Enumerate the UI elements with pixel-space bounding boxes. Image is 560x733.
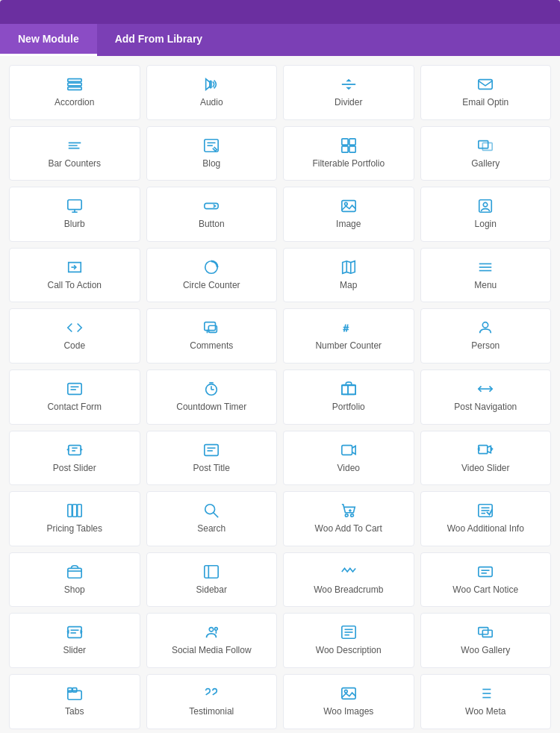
module-label: Woo Description [316,645,382,657]
woo-add-to-cart-icon [339,502,358,519]
module-item-shop[interactable]: Shop [9,552,140,608]
module-item-woo-cart-notice[interactable]: Woo Cart Notice [420,552,552,608]
module-item-accordion[interactable]: Accordion [9,65,140,120]
module-item-menu[interactable]: Menu [420,248,552,303]
svg-rect-8 [479,80,492,90]
module-item-blog[interactable]: Blog [146,126,278,181]
svg-marker-3 [206,79,211,90]
svg-point-66 [345,514,348,517]
svg-point-28 [484,203,488,208]
module-item-post-title[interactable]: Post Title [146,431,278,486]
search-icon [202,502,221,519]
svg-rect-19 [479,140,488,148]
module-label: Menu [474,280,497,292]
module-item-divider[interactable]: Divider [283,65,414,120]
svg-rect-92 [483,631,493,637]
module-label: Bar Counters [48,158,101,170]
module-label: Accordion [55,97,94,109]
module-item-gallery[interactable]: Gallery [420,126,552,181]
module-item-sidebar[interactable]: Sidebar [146,552,278,608]
slider-icon [65,624,84,640]
module-item-woo-meta[interactable]: Woo Meta [420,674,552,729]
module-label: Comments [190,340,233,352]
svg-line-65 [214,513,218,517]
module-item-number-counter[interactable]: #Number Counter [283,308,414,364]
module-item-post-navigation[interactable]: Post Navigation [420,369,552,425]
module-label: Divider [335,97,362,109]
module-item-woo-description[interactable]: Woo Description [283,613,414,668]
svg-rect-78 [479,567,492,576]
module-label: Email Optin [462,97,508,109]
module-item-search[interactable]: Search [146,491,278,546]
module-item-woo-breadcrumb[interactable]: Woo Breadcrumb [283,552,414,608]
svg-point-41 [483,322,488,328]
module-item-filterable-portfolio[interactable]: Filterable Portfolio [283,126,414,181]
portfolio-icon [339,381,358,397]
svg-rect-59 [342,445,352,455]
module-item-pricing-tables[interactable]: Pricing Tables [9,491,140,546]
svg-text:#: # [343,322,349,334]
module-item-circle-counter[interactable]: Circle Counter [146,248,278,303]
module-label: Number Counter [315,340,382,352]
blurb-icon [65,198,84,214]
svg-rect-17 [342,146,348,152]
sidebar-icon [202,564,221,580]
module-item-woo-images[interactable]: Woo Images [283,674,414,729]
module-label: Post Title [193,463,230,475]
module-item-audio[interactable]: Audio [146,65,278,120]
svg-point-67 [351,514,354,517]
module-label: Button [199,219,225,231]
module-item-portfolio[interactable]: Portfolio [283,369,414,425]
svg-rect-16 [349,138,355,144]
module-item-tabs[interactable]: Tabs [9,674,140,729]
svg-rect-15 [342,138,348,144]
module-label: Image [336,219,361,231]
svg-point-84 [210,628,214,632]
svg-rect-61 [68,505,72,517]
tab-add-from-library[interactable]: Add From Library [97,24,220,56]
module-item-email-optin[interactable]: Email Optin [420,65,552,120]
module-item-code[interactable]: Code [9,308,140,364]
module-item-comments[interactable]: Comments [146,308,278,364]
module-label: Tabs [65,706,84,718]
svg-rect-94 [68,688,72,693]
module-label: Portfolio [332,402,365,414]
module-label: Woo Cart Notice [452,584,518,596]
insert-module-modal: New Module Add From Library AccordionAud… [0,0,560,733]
svg-rect-56 [205,444,218,455]
module-item-social-media-follow[interactable]: Social Media Follow [146,613,278,668]
module-item-person[interactable]: Person [420,308,552,364]
svg-rect-74 [68,568,81,578]
module-item-countdown-timer[interactable]: Countdown Timer [146,369,278,425]
module-item-video-slider[interactable]: Video Slider [420,431,552,486]
module-label: Audio [200,97,223,109]
module-item-video[interactable]: Video [283,431,414,486]
svg-rect-0 [68,79,81,82]
module-item-call-to-action[interactable]: Call To Action [9,248,140,303]
svg-marker-7 [346,87,351,90]
woo-description-icon [339,624,358,640]
module-item-testimonial[interactable]: Testimonial [146,674,278,729]
module-item-login[interactable]: Login [420,187,552,242]
module-item-contact-form[interactable]: Contact Form [9,369,140,425]
svg-rect-53 [69,445,81,455]
module-item-slider[interactable]: Slider [9,613,140,668]
bar-counters-icon [65,137,84,154]
post-title-icon [202,442,221,458]
module-item-button[interactable]: Button [146,187,278,242]
module-item-woo-gallery[interactable]: Woo Gallery [420,613,552,668]
module-label: Woo Images [323,706,373,718]
module-item-post-slider[interactable]: Post Slider [9,431,140,486]
login-icon [476,198,495,214]
modal-tabs: New Module Add From Library [0,24,560,56]
module-item-bar-counters[interactable]: Bar Counters [9,126,140,181]
module-item-image[interactable]: Image [283,187,414,242]
module-label: Contact Form [47,402,102,414]
tab-new-module[interactable]: New Module [0,24,97,56]
image-icon [339,198,358,214]
module-item-woo-add-to-cart[interactable]: Woo Add To Cart [283,491,414,546]
module-item-blurb[interactable]: Blurb [9,187,140,242]
module-item-map[interactable]: Map [283,248,414,303]
module-item-woo-additional-info[interactable]: Woo Additional Info [420,491,552,546]
module-label: Filterable Portfolio [312,158,385,170]
